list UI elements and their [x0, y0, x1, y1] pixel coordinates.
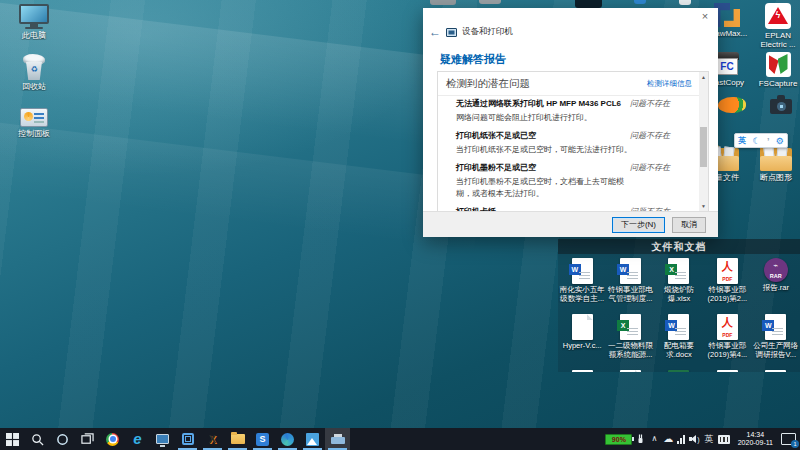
system-tray: 90% ∧ ☁ ) 英 14:34 2020-09-11 1 — [605, 428, 800, 450]
file-item[interactable]: X 煅烧炉防爆.xlsx — [655, 257, 703, 313]
desktop-icon-camera-app[interactable] — [755, 99, 800, 114]
close-icon[interactable]: × — [697, 9, 713, 23]
volume-icon[interactable]: ) — [689, 434, 699, 444]
tray-date: 2020-09-11 — [738, 439, 773, 447]
ime-punctuation-icon[interactable]: ’ — [767, 136, 770, 146]
photos-icon — [306, 433, 319, 446]
issue-item: 打印机纸张不足或已空 问题不存在 当打印机纸张不足或已空时，可能无法进行打印。 — [438, 128, 696, 160]
desktop-icon-this-pc[interactable]: 此电脑 — [8, 4, 60, 40]
action-center-icon[interactable]: 1 — [781, 433, 796, 445]
hidden-icons-chevron[interactable]: ∧ — [649, 428, 659, 450]
network-icon[interactable] — [677, 435, 685, 444]
desktop-wallpaper: 此电脑 ♻ 回收站 控制面板 DrawMax... ϟ EPLAN Electr… — [0, 0, 800, 450]
x-app-button[interactable]: X — [200, 428, 225, 450]
x-app-icon: X — [209, 433, 216, 445]
cortana-button[interactable] — [50, 428, 75, 450]
file-item[interactable]: 人PDF 特钢事业部(2019)第2... — [703, 257, 751, 313]
troubleshooter-dialog: × ← 设备和打印机 疑难解答报告 检测到的潜在问题 检测详细信息 无法通过网络… — [423, 8, 718, 237]
desktop-icon-folder-breakpoint[interactable]: 断点图形 — [750, 148, 800, 182]
recycle-symbol: ♻ — [23, 65, 45, 74]
file-item[interactable]: W 配电箱要求.docx — [655, 313, 703, 369]
edge-button[interactable] — [275, 428, 300, 450]
icon-label: 此电脑 — [8, 31, 60, 40]
file-label: 一二级物料限额系统能源... — [606, 342, 654, 359]
icon-label: 控制面板 — [8, 129, 60, 138]
screen-share-app-button[interactable] — [175, 428, 200, 450]
icon-label: 回收站 — [8, 82, 60, 91]
file-item[interactable]: ⌁RAR 报告.rar — [752, 257, 800, 313]
ime-tray-indicator[interactable]: 英 — [704, 428, 714, 450]
excel-legacy-file-icon — [668, 370, 689, 372]
pdf-badge: PDF — [717, 332, 738, 338]
touch-keyboard-icon[interactable] — [718, 435, 730, 444]
issue-item: 打印机墨粉不足或已空 问题不存在 当打印机墨粉不足或已空时，文档看上去可能模糊，… — [438, 160, 696, 204]
tray-clock[interactable]: 14:34 2020-09-11 — [734, 431, 777, 447]
ime-toolbar[interactable]: 英 ☾ ’ ⚙ — [734, 133, 788, 148]
file-label: 报告.rar — [752, 284, 800, 293]
desktop-icon-recycle-bin[interactable]: ♻ 回收站 — [8, 54, 60, 91]
generic-file-icon — [572, 314, 593, 340]
ime-language-indicator[interactable]: 英 — [738, 135, 746, 146]
desktop-icon-fscapture[interactable]: FSCapture — [752, 52, 800, 88]
pdf-mark: 人 — [717, 315, 738, 330]
folder-icon — [760, 148, 792, 171]
back-arrow-icon[interactable]: ← — [429, 26, 441, 38]
this-pc-icon-base — [25, 27, 43, 29]
devices-printers-taskbar-button[interactable] — [325, 428, 350, 450]
icon-label: EPLAN Electric ... — [752, 31, 800, 49]
chrome-button[interactable] — [100, 428, 125, 450]
fence-body: W 南化实小五年级数学自主... W 特钢事业部电气管理制度... X 煅烧炉防… — [558, 254, 800, 372]
file-item[interactable]: W 南化实小五年级数学自主... — [558, 257, 606, 313]
scroll-up-icon[interactable]: ▲ — [699, 72, 708, 82]
file-item-clipped[interactable] — [606, 369, 654, 372]
rar-file-icon: ⌁RAR — [764, 258, 788, 282]
file-item-clipped[interactable]: W — [558, 369, 606, 372]
rar-bird: ⌁ — [764, 261, 788, 270]
pdf-mark: 人 — [717, 259, 738, 274]
file-label: Hyper-V.c... — [558, 342, 606, 351]
desktop-icon-control-panel[interactable]: 控制面板 — [8, 108, 60, 138]
next-button[interactable]: 下一步(N) — [612, 217, 665, 233]
file-item[interactable]: W 公司生产网络调研报告V... — [752, 313, 800, 369]
task-view-button[interactable] — [75, 428, 100, 450]
ie-icon: e — [133, 432, 141, 446]
tray-time: 14:34 — [738, 431, 773, 439]
ime-settings-gear-icon[interactable]: ⚙ — [776, 136, 784, 146]
screen-share-icon — [182, 433, 194, 445]
start-button[interactable] — [0, 428, 25, 450]
search-button[interactable] — [25, 428, 50, 450]
scrollbar[interactable]: ▲ ▼ — [699, 72, 708, 211]
s-app-button[interactable]: S — [250, 428, 275, 450]
word-file-icon: W — [572, 258, 593, 284]
cancel-button[interactable]: 取消 — [672, 217, 706, 233]
ime-moon-icon[interactable]: ☾ — [752, 136, 760, 146]
fence-title[interactable]: 文件和文档 — [558, 239, 800, 254]
file-item-clipped[interactable] — [655, 369, 703, 372]
eplan-warning-icon: ϟ — [765, 3, 791, 29]
file-item-clipped[interactable]: W — [752, 369, 800, 372]
battery-indicator[interactable]: 90% — [605, 434, 632, 445]
dialog-footer: 下一步(N) 取消 — [423, 211, 718, 237]
file-item[interactable]: X 一二级物料限额系统能源... — [606, 313, 654, 369]
taskbar-left: e X S — [0, 428, 350, 450]
cloud-icon[interactable]: ☁ — [663, 428, 673, 450]
detection-details-link[interactable]: 检测详细信息 — [647, 79, 692, 89]
file-item[interactable]: 人PDF 特钢事业部(2019)第4... — [703, 313, 751, 369]
file-explorer-button[interactable] — [225, 428, 250, 450]
file-label: 煅烧炉防爆.xlsx — [655, 286, 703, 303]
internet-explorer-button[interactable]: e — [125, 428, 150, 450]
excel-file-icon: X — [620, 314, 641, 340]
remote-desktop-button[interactable] — [150, 428, 175, 450]
scrollbar-thumb[interactable] — [700, 127, 707, 167]
fscapture-icon — [766, 52, 791, 77]
photos-button[interactable] — [300, 428, 325, 450]
scroll-down-icon[interactable]: ▼ — [699, 201, 708, 211]
issues-section-title: 检测到的潜在问题 — [446, 77, 530, 91]
desktop-icon-eplan[interactable]: ϟ EPLAN Electric ... — [752, 3, 800, 49]
file-item-clipped[interactable]: X — [703, 369, 751, 372]
file-item[interactable]: W 特钢事业部电气管理制度... — [606, 257, 654, 313]
printer-icon — [331, 434, 345, 445]
devices-printers-icon — [446, 28, 457, 37]
file-item[interactable]: Hyper-V.c... — [558, 313, 606, 369]
power-plug-icon[interactable] — [636, 434, 645, 445]
